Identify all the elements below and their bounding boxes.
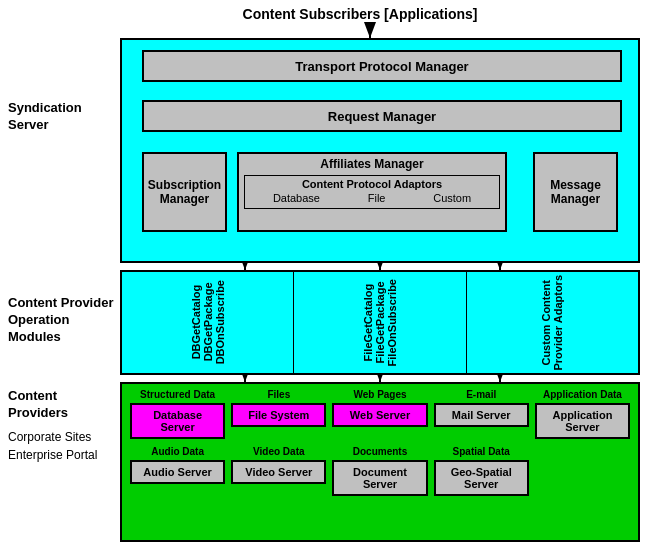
provider-audio: Audio Data Audio Server (130, 446, 225, 496)
spatial-label: Spatial Data (453, 446, 510, 457)
transport-box: Transport Protocol Manager (142, 50, 622, 82)
ops-text-1: DBGetCatalogDBGetPackageDBOnSubscribe (190, 280, 226, 364)
content-ops-label: Content ProviderOperation Modules (8, 295, 118, 346)
structured-data-label: Structured Data (140, 389, 215, 400)
provider-files: Files File System (231, 389, 326, 439)
corporate-sites-label: Corporate Sites (8, 430, 118, 446)
geo-spatial-server-box: Geo-SpatialServer (434, 460, 529, 496)
ops-col-2: FileGetCatalogFileGetPackageFileOnSubscr… (294, 272, 466, 373)
ops-text-2: FileGetCatalogFileGetPackageFileOnSubscr… (362, 279, 398, 366)
message-manager-box: Message Manager (533, 152, 618, 232)
request-label: Request Manager (328, 109, 436, 124)
ops-text-3: Custom ContentProvider Adaptors (540, 275, 564, 371)
provider-email: E-mail Mail Server (434, 389, 529, 439)
cp-items: Database File Custom (249, 190, 495, 206)
provider-row-2: Audio Data Audio Server Video Data Video… (122, 442, 638, 499)
database-server-box: DatabaseServer (130, 403, 225, 439)
ops-col-1: DBGetCatalogDBGetPackageDBOnSubscribe (122, 272, 294, 373)
affiliates-box: Affiliates Manager Content Protocol Adap… (237, 152, 507, 232)
content-providers-label: ContentProviders (8, 388, 118, 422)
email-label: E-mail (466, 389, 496, 400)
content-provider-ops-box: DBGetCatalogDBGetPackageDBOnSubscribe Fi… (120, 270, 640, 375)
files-label: Files (267, 389, 290, 400)
request-box: Request Manager (142, 100, 622, 132)
transport-label: Transport Protocol Manager (295, 59, 468, 74)
content-providers-box: Structured Data DatabaseServer Files Fil… (120, 382, 640, 542)
provider-spatial: Spatial Data Geo-SpatialServer (434, 446, 529, 496)
ops-col-3: Custom ContentProvider Adaptors (467, 272, 638, 373)
web-server-box: Web Server (332, 403, 427, 427)
content-protocol-box: Content Protocol Adaptors Database File … (244, 175, 500, 209)
video-label: Video Data (253, 446, 305, 457)
cp-database: Database (273, 192, 320, 204)
cp-custom: Custom (433, 192, 471, 204)
video-server-box: Video Server (231, 460, 326, 484)
enterprise-portal-label: Enterprise Portal (8, 448, 118, 464)
documents-label: Documents (353, 446, 407, 457)
affiliates-title: Affiliates Manager (239, 154, 505, 173)
provider-web-pages: Web Pages Web Server (332, 389, 427, 439)
syndication-label: SyndicationServer (8, 100, 108, 134)
provider-video: Video Data Video Server (231, 446, 326, 496)
document-server-box: DocumentServer (332, 460, 427, 496)
audio-label: Audio Data (151, 446, 204, 457)
provider-structured-data: Structured Data DatabaseServer (130, 389, 225, 439)
provider-empty (535, 446, 630, 496)
message-label: Message Manager (550, 178, 601, 206)
audio-server-box: Audio Server (130, 460, 225, 484)
application-server-box: Application Server (535, 403, 630, 439)
file-system-box: File System (231, 403, 326, 427)
provider-application-data: Application Data Application Server (535, 389, 630, 439)
application-data-label: Application Data (543, 389, 622, 400)
provider-row-1: Structured Data DatabaseServer Files Fil… (122, 384, 638, 442)
mail-server-box: Mail Server (434, 403, 529, 427)
diagram: Content Subscribers [Applications] Syndi… (0, 0, 672, 547)
subscription-label: Subscription Manager (148, 178, 221, 206)
web-pages-label: Web Pages (353, 389, 406, 400)
provider-documents: Documents DocumentServer (332, 446, 427, 496)
subscription-manager-box: Subscription Manager (142, 152, 227, 232)
content-subscribers-label: Content Subscribers [Applications] (210, 6, 510, 22)
cp-file: File (368, 192, 386, 204)
content-protocol-title: Content Protocol Adaptors (249, 178, 495, 190)
syndication-box: Transport Protocol Manager Request Manag… (120, 38, 640, 263)
